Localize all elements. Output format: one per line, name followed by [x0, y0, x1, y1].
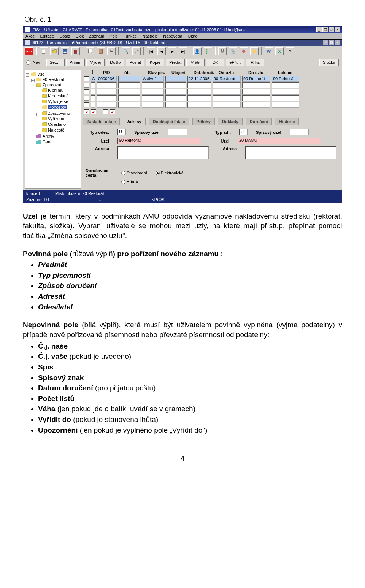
tree-item[interactable]: − 90 Rektorát Zpracovat K příjmu K odesl… [31, 77, 80, 145]
row-check[interactable] [84, 76, 89, 81]
field-spisuzel-r[interactable] [290, 129, 309, 135]
table-row[interactable] [83, 89, 340, 95]
subtab-doklady[interactable]: Doklady [218, 118, 243, 125]
tree-item[interactable]: Archiv [36, 133, 80, 139]
tab-vydej[interactable]: Výdej [86, 59, 105, 66]
menu-akce[interactable]: Akce [25, 34, 35, 38]
nav-radio[interactable] [26, 60, 30, 65]
tab-doslo[interactable]: Došlo [106, 59, 124, 66]
row-check[interactable] [84, 83, 89, 88]
field-spisuzel-l[interactable] [168, 129, 187, 135]
tab-vratit[interactable]: Vrátit [186, 59, 205, 66]
tool-paste-icon[interactable] [97, 47, 105, 55]
radio-prima[interactable] [121, 180, 125, 184]
tool-delete-icon[interactable] [71, 47, 80, 55]
minimize-button[interactable]: _ [316, 27, 322, 32]
subtab-zakladni[interactable]: Základní údaje [83, 118, 120, 125]
field-typadr[interactable]: U [239, 129, 248, 135]
sub-close-button[interactable]: × [335, 40, 340, 45]
tree-item[interactable]: Na cestě [42, 127, 80, 133]
tab-epri[interactable]: ePři… [226, 59, 244, 66]
menu-zaznam[interactable]: Záznam [89, 34, 104, 38]
tool-open-icon[interactable] [50, 47, 59, 55]
table-row[interactable]: A 0000036 Aktivní 22.11.2005 90 Rektorát… [83, 76, 340, 82]
tab-kopie[interactable]: Kopie [146, 59, 164, 66]
tree-item[interactable]: Vyřizuje se [42, 99, 80, 105]
tool-cut-icon[interactable]: ✂ [107, 47, 116, 55]
tool-next-icon[interactable]: ▶ [168, 47, 176, 55]
tool-prev-icon[interactable]: ◀ [157, 47, 166, 55]
menu-nastroje[interactable]: Nástroje [142, 34, 158, 38]
tool-copy-icon[interactable] [86, 47, 94, 55]
expander-icon[interactable]: − [31, 79, 35, 82]
tab-prijem[interactable]: Příjem [66, 59, 85, 66]
tool-find-icon[interactable]: 🔍 [122, 47, 130, 55]
menu-blok[interactable]: Blok [76, 34, 84, 38]
tool-user-icon[interactable]: 👤 [193, 47, 202, 55]
expander-icon[interactable]: − [26, 73, 29, 77]
radio-elektronicka[interactable] [156, 171, 160, 175]
tool-last-icon[interactable]: ▶| [179, 47, 187, 55]
subtab-doplnujici[interactable]: Doplňující údaje [149, 118, 189, 125]
tool-tree-icon[interactable] [204, 47, 212, 55]
radio-standardni[interactable] [121, 171, 125, 175]
tab-slozka[interactable]: Složka [319, 59, 339, 66]
menu-napoveda[interactable]: Nápověda [163, 34, 182, 38]
maximize-button[interactable]: □ [328, 27, 334, 32]
table-row[interactable] [83, 101, 340, 108]
tab-ok[interactable]: OK [206, 59, 224, 66]
menu-pole[interactable]: Pole [110, 34, 118, 38]
subtab-doruceni[interactable]: Doručení [246, 118, 272, 125]
menu-okno[interactable]: Okno [187, 34, 197, 38]
exit-button[interactable]: EXIT [25, 47, 33, 55]
check-toggle[interactable] [103, 109, 108, 114]
tab-sez[interactable]: Sez… [46, 59, 65, 66]
tool-first-icon[interactable]: |◀ [147, 47, 155, 55]
tool-save-icon[interactable] [61, 47, 69, 55]
row-check[interactable] [84, 89, 89, 94]
tool-sort-icon[interactable] [132, 47, 141, 55]
check-toggle[interactable]: ✔ [110, 109, 115, 114]
table-row[interactable] [83, 95, 340, 101]
tree-item[interactable]: − Vše − 90 Rektorát Zpracovat K příjmu [26, 71, 80, 146]
tool-attach-icon[interactable]: 📎 [229, 47, 237, 55]
subtab-historie[interactable]: Historie [275, 118, 299, 125]
tree-item[interactable]: K odeslání [42, 93, 80, 99]
menu-dotaz[interactable]: Dotaz [59, 34, 70, 38]
expander-icon[interactable]: − [36, 113, 40, 116]
menu-funkce[interactable]: Funkce [123, 34, 137, 38]
row-check[interactable] [84, 96, 89, 101]
tree-item[interactable]: Odesláno [42, 122, 80, 127]
check-toggle[interactable]: ✔ [84, 109, 89, 114]
subtab-prilohy[interactable]: Přílohy [192, 118, 215, 125]
sub-tool-2[interactable]: ⊟ [329, 40, 334, 45]
field-adresa-r[interactable] [245, 146, 336, 159]
menu-editace[interactable]: Editace [40, 34, 54, 38]
field-typodes[interactable]: U [117, 129, 126, 135]
field-uzel-r[interactable]: 20 DAMU [238, 138, 321, 144]
sub-tool-1[interactable]: ⇗ [323, 40, 328, 45]
restore-button[interactable]: ❐ [322, 27, 328, 32]
tool-misc1-icon[interactable] [240, 47, 248, 55]
field-adresa-l[interactable] [117, 146, 209, 159]
tool-help-icon[interactable]: ? [286, 47, 294, 55]
tool-excel-icon[interactable]: X [275, 47, 284, 55]
tree-item[interactable]: Vyřízeno [42, 116, 80, 122]
tab-poslat[interactable]: Poslat [126, 59, 144, 66]
field-uzel-l[interactable]: 90 Rektorát [117, 138, 201, 144]
tool-word-icon[interactable]: W [265, 47, 273, 55]
tool-print-icon[interactable] [218, 47, 227, 55]
tree-item[interactable]: E-mail [36, 139, 80, 145]
close-button[interactable]: × [335, 27, 340, 32]
tree-item[interactable]: Koncepty [42, 105, 80, 110]
tool-misc2-icon[interactable] [250, 47, 259, 55]
row-check[interactable] [84, 102, 89, 107]
tree-item[interactable]: − Zpracováno Vyřízeno Odesláno Na cestě [36, 111, 80, 133]
tool-new-icon[interactable] [40, 47, 48, 55]
tab-rka[interactable]: R-ka [246, 59, 264, 66]
tree-item[interactable]: Zpracovat K příjmu K odeslání Vyřizuje s… [36, 82, 80, 111]
tree-item[interactable]: K příjmu [42, 87, 80, 93]
tab-predat[interactable]: Předat [166, 59, 185, 66]
subtab-adresy[interactable]: Adresy [123, 118, 145, 125]
table-row[interactable] [83, 82, 340, 89]
